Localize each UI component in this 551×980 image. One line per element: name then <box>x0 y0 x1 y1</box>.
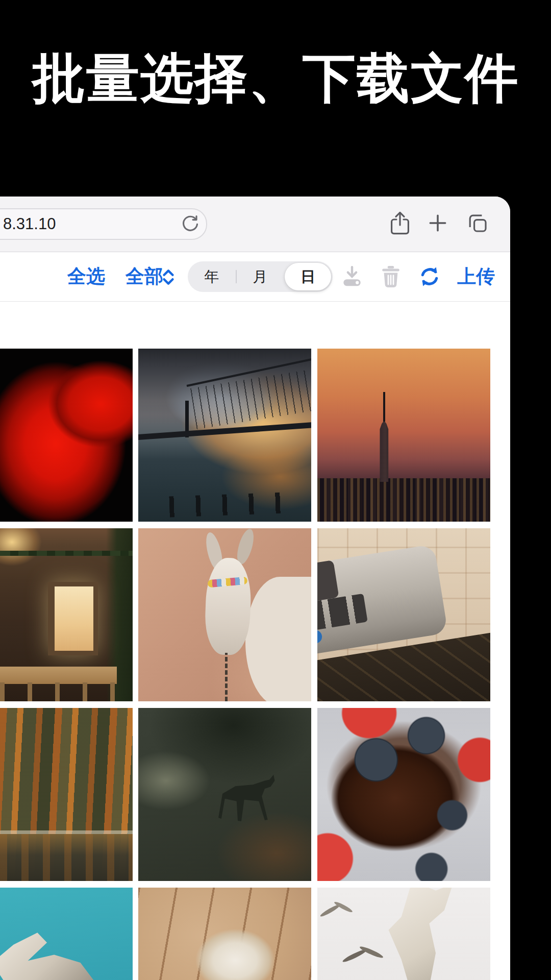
cabin-window <box>48 582 98 655</box>
url-text: 8.31.10 <box>3 209 56 239</box>
segment-day-selected[interactable]: 日 <box>285 263 331 290</box>
deer-silhouette <box>218 774 277 824</box>
segment-year[interactable]: 年 <box>188 261 236 292</box>
browser-chrome: 8.31.10 <box>0 197 510 252</box>
train-car <box>317 544 448 655</box>
city-spire <box>383 392 385 422</box>
photo-christmas-cabin[interactable] <box>0 528 133 701</box>
reload-icon[interactable] <box>181 214 200 234</box>
new-tab-button[interactable] <box>425 211 450 235</box>
cabin-table <box>0 667 117 684</box>
train-windshield <box>317 560 339 603</box>
city-tower <box>374 421 394 482</box>
donkey-chain <box>225 653 228 701</box>
seagull-shape <box>0 933 111 980</box>
train-logo <box>317 629 323 645</box>
photo-white-lilac-table[interactable] <box>138 888 311 980</box>
segment-month[interactable]: 月 <box>236 261 284 292</box>
sync-icon <box>418 266 441 287</box>
bridge-suspenders <box>190 370 311 429</box>
photo-city-skyline-dusk[interactable] <box>317 349 490 522</box>
download-icon <box>340 265 364 288</box>
browser-window: 8.31.10 全选 全部 年 <box>0 197 510 980</box>
cabin-chairs <box>0 682 133 701</box>
donkey-body <box>245 577 311 701</box>
share-button[interactable] <box>388 211 412 235</box>
chevron-up-down-icon[interactable] <box>161 267 176 287</box>
photo-autumn-lake-forest[interactable] <box>0 708 133 881</box>
city-skyline <box>317 478 490 522</box>
page-title: 批量选择、下载文件 <box>0 36 551 122</box>
train-windows <box>317 594 368 631</box>
photo-white-donkey[interactable] <box>138 528 311 701</box>
upload-button[interactable]: 上传 <box>457 252 495 301</box>
trash-icon <box>380 265 402 288</box>
tabs-button[interactable] <box>465 211 490 235</box>
lake-water <box>0 834 133 881</box>
date-segmented-control: 年 月 日 <box>188 261 333 292</box>
share-icon <box>389 210 411 236</box>
address-bar[interactable]: 8.31.10 <box>0 208 207 240</box>
sync-button[interactable] <box>417 264 442 289</box>
tabs-icon <box>466 212 489 234</box>
plus-icon <box>427 212 448 234</box>
photo-brownie-with-berries[interactable] <box>317 708 490 881</box>
gull-large <box>369 888 477 980</box>
select-all-button[interactable]: 全选 <box>67 252 105 301</box>
water-posts <box>169 492 299 517</box>
photo-bay-bridge-sunset[interactable] <box>138 349 311 522</box>
file-toolbar: 全选 全部 年 月 日 上传 <box>0 252 510 302</box>
delete-button[interactable] <box>379 264 403 289</box>
cabin-garland <box>0 551 133 556</box>
photo-elevated-train[interactable] <box>317 528 490 701</box>
lake-shoreline <box>0 830 133 834</box>
download-button[interactable] <box>340 264 364 289</box>
photo-seagull-teal-sky[interactable] <box>0 888 133 980</box>
photo-deer-in-dark-woods[interactable] <box>138 708 311 881</box>
window-mullion <box>51 586 55 650</box>
photo-red-betta-fish[interactable] <box>0 349 133 522</box>
filter-all-button[interactable]: 全部 <box>126 252 163 301</box>
photo-gulls-white-sky[interactable] <box>317 888 490 980</box>
